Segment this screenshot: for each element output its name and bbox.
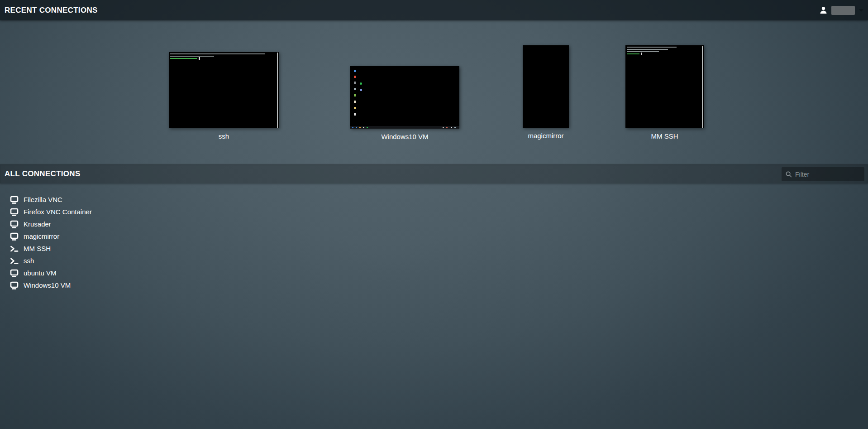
connection-item-filezilla-vnc[interactable]: Filezilla VNC	[7, 193, 92, 206]
terminal-output-lines	[170, 53, 275, 60]
ssh-terminal-thumbnail	[169, 52, 279, 128]
connection-name: Krusader	[24, 220, 51, 228]
connection-name: Filezilla VNC	[24, 196, 62, 203]
terminal-icon	[10, 245, 19, 253]
filter-input[interactable]	[795, 171, 868, 178]
connection-name: ubuntu VM	[24, 269, 57, 277]
connection-name: magicmirror	[24, 232, 59, 240]
recent-connection-ssh[interactable]: ssh	[169, 52, 279, 128]
all-connections-title: ALL CONNECTIONS	[5, 169, 81, 178]
monitor-icon	[10, 232, 19, 241]
recent-connections-title: RECENT CONNECTIONS	[5, 6, 98, 15]
connection-item-ubuntu-vm[interactable]: ubuntu VM	[7, 267, 92, 279]
connection-name: Windows10 VM	[24, 281, 71, 289]
ssh-terminal-thumbnail	[625, 45, 704, 128]
username-redacted	[831, 6, 855, 15]
connection-item-windows10-vm[interactable]: Windows10 VM	[7, 279, 92, 291]
recent-connection-label: Windows10 VM	[332, 133, 477, 140]
connection-item-ssh[interactable]: ssh	[7, 255, 92, 267]
monitor-icon	[10, 281, 19, 289]
recent-connection-label: ssh	[151, 132, 297, 140]
terminal-scrollbar	[702, 46, 703, 128]
recent-connection-magicmirror[interactable]: magicmirror	[523, 45, 569, 128]
blank-screen-thumbnail	[523, 45, 569, 128]
all-connections-list: Filezilla VNC Firefox VNC Container Krus…	[7, 193, 92, 291]
monitor-icon	[10, 269, 19, 277]
terminal-output-lines	[627, 47, 700, 56]
recent-connections-header-bar: RECENT CONNECTIONS	[0, 0, 868, 20]
monitor-icon	[10, 220, 19, 228]
recent-connection-label: magicmirror	[505, 132, 587, 140]
chevron-down-icon	[859, 9, 863, 12]
terminal-scrollbar	[277, 53, 278, 128]
monitor-icon	[10, 208, 19, 216]
search-icon	[786, 171, 792, 178]
connection-name: ssh	[24, 257, 34, 265]
recent-connection-mm-ssh[interactable]: MM SSH	[625, 45, 704, 128]
connection-item-magicmirror[interactable]: magicmirror	[7, 230, 92, 242]
connection-item-firefox-vnc-container[interactable]: Firefox VNC Container	[7, 206, 92, 218]
all-connections-header-bar: ALL CONNECTIONS	[0, 164, 868, 183]
connection-name: MM SSH	[24, 245, 51, 252]
user-menu-button[interactable]	[818, 0, 865, 20]
connection-item-krusader[interactable]: Krusader	[7, 218, 92, 230]
windows-taskbar	[350, 126, 459, 129]
recent-connection-label: MM SSH	[607, 132, 722, 140]
monitor-icon	[10, 196, 19, 204]
connection-item-mm-ssh[interactable]: MM SSH	[7, 242, 92, 255]
connection-name: Firefox VNC Container	[24, 208, 92, 216]
user-icon	[820, 6, 827, 14]
terminal-icon	[10, 257, 19, 265]
windows-desktop-thumbnail	[350, 66, 459, 129]
recent-connection-windows10-vm[interactable]: Windows10 VM	[350, 66, 459, 129]
filter-field[interactable]	[782, 167, 864, 181]
